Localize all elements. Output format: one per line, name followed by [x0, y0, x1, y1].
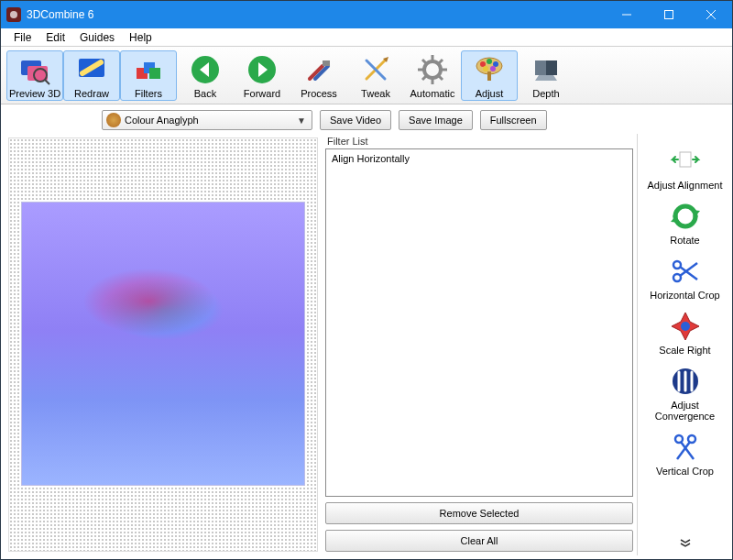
toolbar-label: Process — [301, 88, 337, 99]
clear-all-button[interactable]: Clear All — [325, 530, 633, 552]
toolbar-label: Adjust — [476, 88, 504, 99]
adjust-convergence-icon — [669, 365, 702, 398]
secondary-bar: Colour Anaglyph ▼ Save Video Save Image … — [1, 104, 732, 134]
sidebar-label: Adjust Alignment — [648, 180, 723, 191]
scale-right-icon — [669, 310, 702, 343]
redraw-icon — [75, 53, 108, 86]
sidebar-more-icon[interactable] — [679, 539, 692, 548]
horizontal-crop-icon — [669, 255, 702, 288]
depth-icon — [530, 53, 563, 86]
filter-list[interactable]: Align Horizontally — [325, 148, 633, 497]
sidebar-rotate[interactable]: Rotate — [641, 200, 729, 246]
sidebar-adjust-alignment[interactable]: Adjust Alignment — [641, 145, 729, 191]
toolbar-forward[interactable]: Forward — [234, 50, 290, 101]
menu-guides[interactable]: Guides — [72, 29, 122, 46]
toolbar-preview3d[interactable]: Preview 3D — [6, 50, 63, 101]
svg-line-29 — [422, 76, 426, 80]
toolbar-filters[interactable]: Filters — [120, 50, 177, 101]
save-video-button[interactable]: Save Video — [320, 110, 391, 130]
toolbar-adjust[interactable]: Adjust — [461, 50, 518, 101]
svg-point-32 — [487, 59, 492, 64]
toolbar-label: Forward — [244, 88, 280, 99]
adjust-icon — [473, 53, 506, 86]
svg-line-27 — [439, 76, 443, 80]
svg-rect-2 — [665, 11, 673, 19]
toolbar-back[interactable]: Back — [177, 50, 234, 101]
svg-rect-12 — [149, 68, 160, 79]
app-icon — [6, 7, 21, 22]
window-title: 3DCombine 6 — [27, 8, 93, 21]
svg-point-33 — [493, 61, 498, 67]
toolbar-automatic[interactable]: Automatic — [404, 50, 461, 101]
filter-panel: Filter List Align Horizontally Remove Se… — [325, 134, 633, 552]
rotate-icon — [669, 200, 702, 233]
adjust-alignment-icon — [669, 145, 702, 178]
filters-icon — [132, 53, 165, 86]
toolbar-label: Filters — [135, 88, 162, 99]
svg-rect-39 — [680, 152, 691, 167]
process-icon — [302, 53, 335, 86]
toolbar-depth[interactable]: Depth — [518, 50, 574, 101]
sidebar-label: Rotate — [670, 235, 699, 246]
sidebar-label: Scale Right — [659, 345, 710, 356]
svg-line-8 — [45, 80, 49, 84]
chevron-down-icon: ▼ — [295, 115, 308, 126]
toolbar-label: Preview 3D — [9, 88, 60, 99]
remove-selected-button[interactable]: Remove Selected — [325, 502, 633, 524]
svg-marker-41 — [671, 216, 681, 223]
toolbar-label: Redraw — [74, 88, 109, 99]
filter-list-item[interactable]: Align Horizontally — [330, 152, 629, 165]
svg-point-31 — [480, 61, 486, 67]
svg-rect-6 — [27, 66, 48, 81]
menubar: File Edit Guides Help — [1, 28, 732, 47]
sidebar-label: Vertical Crop — [656, 466, 714, 477]
svg-line-28 — [439, 60, 443, 63]
preview3d-icon — [18, 53, 51, 86]
anaglyph-icon — [106, 113, 121, 127]
toolbar-process[interactable]: Process — [290, 50, 347, 101]
display-mode-combo[interactable]: Colour Anaglyph ▼ — [102, 110, 312, 130]
sidebar-label: Adjust Convergence — [641, 400, 729, 422]
preview-image — [22, 203, 304, 485]
svg-point-0 — [10, 11, 17, 18]
toolbar-label: Automatic — [410, 88, 455, 99]
svg-point-35 — [490, 66, 496, 71]
toolbar-label: Depth — [532, 88, 559, 99]
menu-help[interactable]: Help — [122, 29, 159, 46]
svg-point-47 — [681, 322, 690, 331]
toolbar-tweak[interactable]: Tweak — [347, 50, 404, 101]
sidebar-label: Horizontal Crop — [650, 290, 719, 301]
sidebar-vertical-crop[interactable]: Vertical Crop — [641, 431, 729, 477]
toolbar-redraw[interactable]: Redraw — [63, 50, 120, 101]
save-image-button[interactable]: Save Image — [399, 110, 473, 130]
minimize-button[interactable] — [606, 1, 648, 28]
toolbar-label: Tweak — [361, 88, 390, 99]
filter-list-label: Filter List — [325, 134, 633, 148]
vertical-crop-icon — [669, 431, 702, 464]
sidebar-adjust-convergence[interactable]: Adjust Convergence — [641, 365, 729, 422]
fullscreen-button[interactable]: Fullscreen — [480, 110, 547, 130]
back-icon — [189, 53, 222, 86]
sidebar: Adjust Alignment Rotate Horizontal Crop … — [637, 134, 732, 555]
tweak-icon — [359, 53, 392, 86]
svg-rect-17 — [323, 60, 330, 66]
toolbar-label: Back — [194, 88, 216, 99]
svg-point-34 — [483, 66, 488, 71]
maximize-button[interactable] — [648, 1, 690, 28]
combo-value: Colour Anaglyph — [125, 115, 295, 126]
svg-rect-36 — [487, 71, 491, 81]
svg-point-21 — [424, 61, 441, 78]
sidebar-scale-right[interactable]: Scale Right — [641, 310, 729, 356]
preview-panel — [8, 137, 318, 552]
toolbar: Preview 3D Redraw Filters Back Forward P… — [1, 47, 732, 104]
close-button[interactable] — [690, 1, 732, 28]
automatic-icon — [416, 53, 449, 86]
forward-icon — [246, 53, 279, 86]
main-area: Filter List Align Horizontally Remove Se… — [1, 134, 732, 555]
sidebar-horizontal-crop[interactable]: Horizontal Crop — [641, 255, 729, 301]
svg-line-26 — [422, 60, 426, 63]
menu-file[interactable]: File — [6, 29, 38, 46]
menu-edit[interactable]: Edit — [38, 29, 72, 46]
titlebar: 3DCombine 6 — [1, 1, 732, 28]
svg-rect-38 — [535, 60, 546, 75]
